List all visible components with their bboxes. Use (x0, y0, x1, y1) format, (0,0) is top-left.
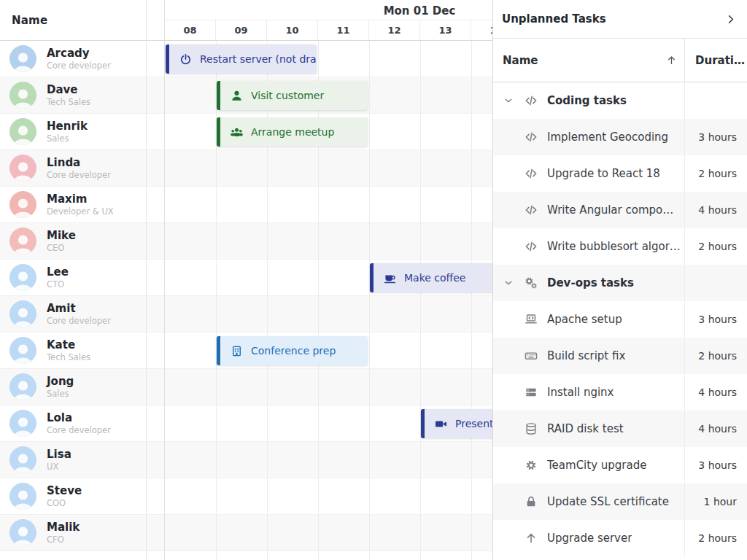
task-duration: 2 hours (685, 155, 747, 192)
resource-row[interactable]: Lisa UX (0, 442, 164, 478)
event-label: Make coffee (404, 272, 465, 284)
unplanned-task-row[interactable]: Upgrade server 2 hours (493, 520, 747, 556)
coffee-icon (383, 271, 397, 285)
event-bar[interactable]: Conference prep (217, 336, 368, 365)
avatar (9, 337, 36, 364)
unplanned-task-row[interactable]: Install nginx 4 hours (493, 374, 747, 411)
server-icon (524, 385, 538, 400)
timeline-hour-header: 08 09 10 11 12 13 14 (165, 20, 492, 41)
timeline-row[interactable] (165, 515, 492, 551)
resource-row[interactable]: Arcady Core developer (0, 41, 164, 77)
resource-name: Kate (47, 338, 90, 352)
avatar (9, 45, 36, 72)
unplanned-task-row[interactable]: Build script fix 2 hours (493, 338, 747, 374)
task-label: Implement Geocoding (547, 131, 668, 144)
person-silhouette-icon (9, 303, 36, 327)
resource-row[interactable]: Jong Sales (0, 369, 164, 405)
timeline-row[interactable] (165, 442, 492, 478)
scheduler-pane: Name Arcady Core developer Dave Tech Sal… (0, 0, 492, 560)
task-duration: 4 hours (685, 192, 747, 228)
hour-gridline (471, 41, 472, 560)
timeline-row[interactable] (165, 187, 492, 223)
resource-row[interactable]: Linda Core developer (0, 150, 164, 187)
timeline-row[interactable] (165, 478, 492, 515)
event-bar[interactable]: Presentation (421, 409, 492, 438)
unplanned-group-row[interactable]: Dev-ops tasks (493, 265, 747, 301)
resource-row[interactable]: Dave Tech Sales (0, 77, 164, 114)
timeline-row[interactable] (165, 369, 492, 405)
resource-role: COO (47, 498, 82, 508)
unplanned-task-row[interactable]: Upgrade to React 18 2 hours (493, 155, 747, 192)
code-icon (524, 166, 538, 181)
unplanned-task-row[interactable]: TeamCity upgrade 3 hours (493, 447, 747, 483)
unplanned-task-list: Coding tasks Implement Geocoding 3 hours… (493, 82, 747, 556)
resource-role: CFO (47, 534, 80, 545)
resource-row[interactable]: Maxim Developer & UX (0, 187, 164, 223)
task-duration: 4 hours (685, 411, 747, 447)
unplanned-task-row[interactable]: Write Angular compo… 4 hours (493, 192, 747, 228)
gear-icon (524, 458, 538, 472)
unplanned-duration-header[interactable]: Durati… (685, 39, 747, 82)
keyboard-icon (524, 349, 538, 363)
unplanned-task-row[interactable]: Apache setup 3 hours (493, 301, 747, 338)
unplanned-group-row[interactable]: Coding tasks (493, 82, 747, 119)
resource-row[interactable]: Lee CTO (0, 260, 164, 296)
task-duration: 2 hours (685, 338, 747, 374)
event-label: Conference prep (251, 345, 336, 357)
event-bar[interactable]: Make coffee (370, 263, 492, 292)
event-bar[interactable]: Restart server (not dra (166, 44, 317, 74)
task-label: Write Angular compo… (547, 203, 673, 217)
task-duration (685, 82, 747, 119)
resource-name: Henrik (47, 120, 88, 133)
unplanned-task-row[interactable]: Write bubblesort algor… 2 hours (493, 228, 747, 265)
resource-name: Mike (47, 229, 76, 243)
resource-grid: Name Arcady Core developer Dave Tech Sal… (0, 0, 164, 560)
resource-row[interactable]: Mike CEO (0, 223, 164, 260)
resource-row[interactable]: Kate Tech Sales (0, 332, 164, 369)
timeline-row[interactable] (165, 150, 492, 187)
arrow-up-icon (665, 54, 678, 66)
unplanned-name-header[interactable]: Name (493, 39, 685, 82)
avatar (9, 264, 36, 291)
resource-role: Core developer (47, 316, 111, 326)
unplanned-task-row[interactable]: RAID disk test 4 hours (493, 411, 747, 447)
resource-name: Malik (47, 521, 80, 534)
resource-name: Dave (47, 83, 90, 97)
person-silhouette-icon (9, 193, 36, 218)
avatar (9, 82, 36, 109)
task-label: Dev-ops tasks (547, 276, 634, 289)
sort-ascending-icon (665, 54, 678, 66)
task-duration: 1 hour (685, 483, 747, 520)
resource-grid-header[interactable]: Name (0, 0, 164, 41)
resource-name: Amit (47, 302, 111, 316)
event-bar[interactable]: Visit customer (217, 81, 368, 110)
timeline-row[interactable] (165, 296, 492, 332)
task-duration: 2 hours (685, 228, 747, 265)
task-label: RAID disk test (547, 422, 624, 435)
person-silhouette-icon (9, 448, 36, 473)
resource-name: Steve (47, 484, 82, 498)
resource-name: Jong (47, 375, 74, 389)
chevron-right-icon[interactable] (724, 13, 737, 26)
avatar (9, 300, 36, 327)
resource-row[interactable]: Amit Core developer (0, 296, 164, 332)
task-label: Build script fix (547, 349, 625, 362)
resource-role: CEO (47, 243, 76, 253)
resource-role: Developer & UX (47, 206, 114, 217)
resource-row[interactable]: Henrik Sales (0, 114, 164, 150)
resource-row[interactable]: Steve COO (0, 478, 164, 515)
hour-header-cell: 08 (165, 20, 216, 40)
event-label: Restart server (not dra (200, 53, 317, 65)
timeline-row[interactable] (165, 223, 492, 260)
resource-role: Tech Sales (47, 352, 90, 362)
code-icon (524, 130, 538, 144)
resource-row[interactable]: Lola Core developer (0, 405, 164, 442)
unplanned-task-row[interactable]: Implement Geocoding 3 hours (493, 119, 747, 155)
hour-header-cell: 09 (216, 20, 267, 40)
resource-row[interactable]: Malik CFO (0, 515, 164, 551)
resource-list: Arcady Core developer Dave Tech Sales He… (0, 41, 164, 551)
unplanned-task-row[interactable]: Update SSL certificate 1 hour (493, 483, 747, 520)
event-bar[interactable]: Arrange meetup (217, 117, 368, 147)
avatar (9, 118, 36, 145)
hour-header-cell: 10 (267, 20, 318, 40)
